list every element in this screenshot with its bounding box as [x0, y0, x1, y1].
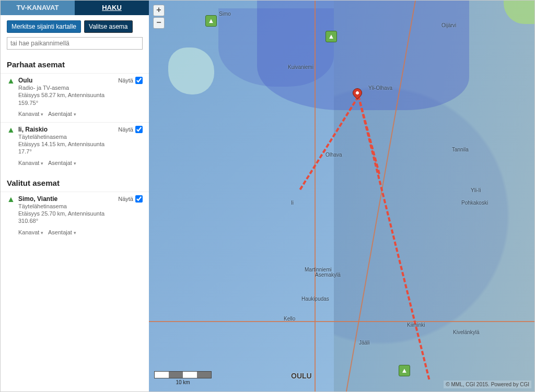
tab-tv-kanavat[interactable]: TV-KANAVAT: [1, 1, 75, 15]
place-label: Oijärvi: [441, 22, 456, 28]
map-road: [315, 1, 316, 391]
coverage-overlay: [218, 8, 334, 87]
choose-station-button[interactable]: Valitse asema: [84, 20, 132, 33]
map-attribution: © MML, CGI 2015. Powered by CGI: [444, 381, 531, 388]
tower-icon: ▲: [7, 126, 15, 136]
show-checkbox[interactable]: [135, 126, 143, 133]
station-name: Simo, Viantie: [18, 195, 118, 203]
tower-icon: ▲: [7, 77, 15, 87]
place-label: Kello: [284, 316, 295, 322]
map-road: [149, 321, 534, 322]
map-shallow: [168, 47, 215, 94]
station-item: ▲ Oulu Radio- ja TV-asema Etäisyys 58.27…: [1, 73, 149, 122]
tower-marker-simo[interactable]: ▲: [205, 15, 217, 27]
tab-bar: TV-KANAVAT HAKU: [1, 1, 149, 15]
place-label: Kiiminki: [407, 322, 425, 328]
search-input[interactable]: [7, 37, 143, 50]
station-distance: Etäisyys 25.70 km, Antennisuunta 310.68°: [18, 210, 118, 225]
place-label: Haukipudas: [301, 296, 329, 302]
channels-dropdown[interactable]: Kanavat ▾: [18, 111, 43, 117]
best-stations-heading: Parhaat asemat: [1, 53, 149, 73]
tower-marker-oulu[interactable]: ▲: [399, 365, 410, 376]
installers-dropdown[interactable]: Asentajat ▾: [48, 111, 76, 117]
tower-icon: ▲: [7, 195, 15, 206]
scale-label: 10 km: [154, 379, 212, 385]
station-item: ▲ Simo, Viantie Täytelähetinasema Etäisy…: [1, 192, 149, 241]
tower-marker-ii-raiskio[interactable]: ▲: [325, 31, 337, 42]
channels-dropdown[interactable]: Kanavat ▾: [18, 160, 43, 166]
installers-dropdown[interactable]: Asentajat ▾: [48, 229, 76, 235]
location-marker[interactable]: [353, 88, 362, 102]
zoom-out-button[interactable]: −: [153, 17, 165, 29]
show-checkbox[interactable]: [135, 77, 143, 84]
place-label: Yli-Ii: [471, 187, 481, 193]
mark-location-button[interactable]: Merkitse sijainti kartalle: [7, 20, 81, 33]
channels-dropdown[interactable]: Kanavat ▾: [18, 229, 43, 235]
station-type: Radio- ja TV-asema: [18, 84, 118, 91]
place-label: Simo: [219, 11, 231, 17]
station-type: Täytelähetinasema: [18, 133, 118, 140]
station-type: Täytelähetinasema: [18, 203, 118, 210]
place-label: Kivelänkylä: [453, 329, 480, 335]
show-label: Näytä: [118, 126, 133, 133]
place-label: Tannila: [452, 147, 469, 152]
city-label-oulu: OULU: [291, 372, 312, 380]
place-label: Jääli: [359, 340, 370, 346]
controls: Merkitse sijainti kartalle Valitse asema: [1, 15, 149, 53]
place-label: Yli-Olhava: [368, 85, 392, 91]
place-label: Olhava: [325, 152, 342, 158]
app-root: TV-KANAVAT HAKU Merkitse sijainti kartal…: [0, 0, 535, 392]
station-distance: Etäisyys 14.15 km, Antennisuunta 17.7°: [18, 140, 118, 156]
map-zoom: + −: [153, 5, 165, 30]
place-label: Pohkakoski: [461, 200, 488, 206]
station-name: Ii, Raiskio: [18, 126, 118, 133]
show-label: Näytä: [118, 196, 133, 202]
show-label: Näytä: [118, 77, 133, 84]
place-label: Ii: [291, 200, 294, 206]
place-label: Asemakylä: [315, 272, 341, 278]
zoom-in-button[interactable]: +: [153, 5, 165, 16]
selected-stations-heading: Valitut asemat: [1, 171, 149, 192]
place-label: Kuivaniemi: [288, 64, 313, 70]
station-distance: Etäisyys 58.27 km, Antennisuunta 159.75°: [18, 91, 118, 106]
map-scalebar: 10 km: [154, 371, 212, 385]
station-item: ▲ Ii, Raiskio Täytelähetinasema Etäisyys…: [1, 122, 149, 171]
installers-dropdown[interactable]: Asentajat ▾: [48, 160, 76, 166]
map[interactable]: ▲ ▲ ▲ OULU Simo Kuivaniemi Yli-Olhava Oi…: [149, 1, 534, 391]
sidebar: TV-KANAVAT HAKU Merkitse sijainti kartal…: [1, 1, 149, 391]
show-checkbox[interactable]: [135, 195, 143, 203]
tab-haku[interactable]: HAKU: [75, 1, 149, 15]
station-name: Oulu: [18, 77, 118, 84]
